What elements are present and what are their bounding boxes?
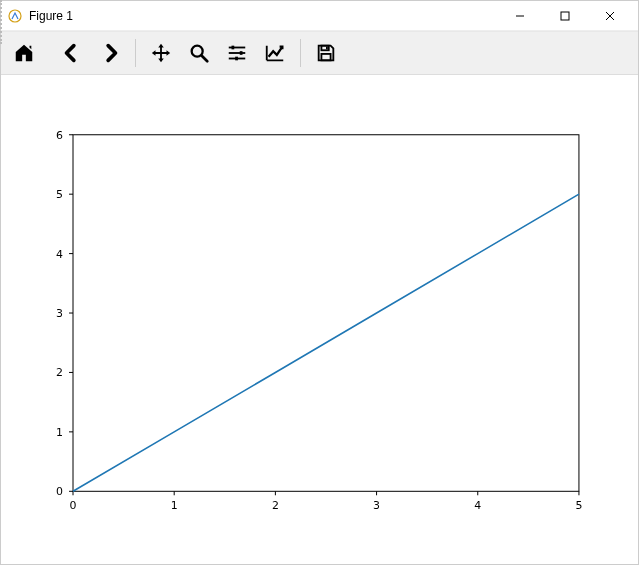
- pan-icon: [150, 42, 172, 64]
- app-icon: [7, 8, 23, 24]
- svg-rect-15: [326, 47, 328, 50]
- svg-line-6: [202, 56, 208, 62]
- y-tick-label: 5: [56, 188, 63, 201]
- zoom-icon: [188, 42, 210, 64]
- y-tick-label: 1: [56, 426, 63, 439]
- chart: 0123450123456: [1, 75, 638, 564]
- save-icon: [315, 42, 337, 64]
- y-tick-label: 4: [56, 248, 63, 261]
- y-tick-label: 0: [56, 485, 63, 498]
- axes-edit-button[interactable]: [256, 35, 294, 71]
- data-series-line: [73, 194, 579, 491]
- home-button[interactable]: [5, 35, 43, 71]
- y-tick-label: 3: [56, 307, 63, 320]
- x-tick-label: 4: [474, 499, 481, 512]
- x-tick-label: 2: [272, 499, 279, 512]
- close-button[interactable]: [587, 2, 632, 30]
- plot-area[interactable]: 0123450123456: [1, 75, 638, 564]
- minimize-button[interactable]: [497, 2, 542, 30]
- y-tick-label: 2: [56, 366, 63, 379]
- x-tick-label: 3: [373, 499, 380, 512]
- axes-icon: [264, 42, 286, 64]
- zoom-button[interactable]: [180, 35, 218, 71]
- toolbar-separator: [135, 39, 136, 67]
- subplots-button[interactable]: [218, 35, 256, 71]
- svg-rect-12: [235, 57, 238, 61]
- toolbar: [1, 31, 638, 75]
- x-tick-label: 0: [70, 499, 77, 512]
- svg-rect-14: [321, 54, 330, 60]
- window-title: Figure 1: [29, 9, 497, 23]
- forward-icon: [99, 42, 121, 64]
- subplots-icon: [226, 42, 248, 64]
- maximize-button[interactable]: [542, 2, 587, 30]
- y-tick-label: 6: [56, 129, 63, 142]
- save-button[interactable]: [307, 35, 345, 71]
- back-icon: [61, 42, 83, 64]
- svg-rect-16: [73, 135, 579, 492]
- titlebar: Figure 1: [1, 1, 638, 31]
- x-tick-label: 1: [171, 499, 178, 512]
- svg-rect-11: [240, 51, 243, 55]
- back-button[interactable]: [53, 35, 91, 71]
- window-controls: [497, 2, 632, 30]
- home-icon: [13, 42, 35, 64]
- forward-button[interactable]: [91, 35, 129, 71]
- svg-rect-10: [232, 46, 235, 50]
- x-tick-label: 5: [575, 499, 582, 512]
- toolbar-separator: [300, 39, 301, 67]
- pan-button[interactable]: [142, 35, 180, 71]
- svg-rect-2: [561, 12, 569, 20]
